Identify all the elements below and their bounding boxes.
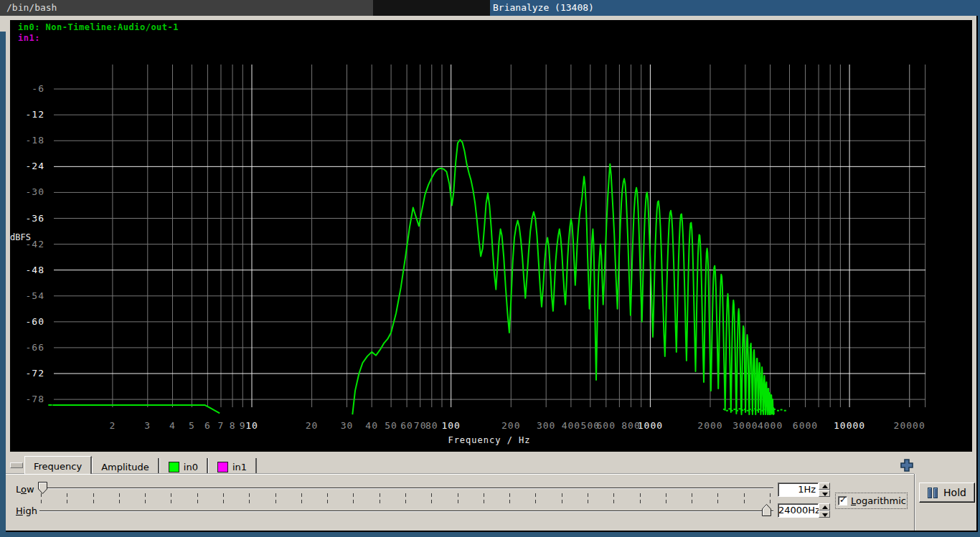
spectrum-trace-in0 — [52, 405, 220, 413]
spectrum-dot-in0 — [741, 409, 743, 411]
tab-amplitude[interactable]: Amplitude — [92, 458, 159, 474]
spectrum-dot-in0 — [771, 409, 773, 411]
slider-tick — [666, 500, 666, 503]
x-tick-label: 300 — [537, 420, 555, 431]
panel-separator — [914, 474, 915, 531]
slider-tick — [249, 493, 250, 497]
slider-tick — [67, 493, 67, 497]
y-tick-label: -48 — [10, 265, 44, 275]
slider-tick — [717, 493, 718, 497]
in1-color-swatch — [217, 462, 228, 472]
logarithmic-checkbox-group[interactable]: ✓ Logarithmic — [835, 493, 908, 509]
low-slider-track[interactable] — [39, 488, 773, 489]
spectrum-dot-in0 — [767, 410, 769, 412]
control-panel: FrequencyAmplitudein0in1 Low High 1Hz 2 — [6, 452, 976, 531]
slider-tick — [744, 500, 745, 503]
y-tick-label: -30 — [10, 186, 44, 197]
x-tick-label: 4000 — [758, 420, 783, 431]
spectrum-dot-in0 — [50, 404, 52, 406]
spectrum-dot-in0 — [733, 409, 735, 410]
slider-tick — [41, 500, 42, 503]
x-tick-label: 6 — [204, 420, 211, 431]
slider-tick — [640, 500, 641, 503]
slider-tick — [666, 493, 666, 497]
slider-tick — [197, 493, 198, 497]
up-arrow-icon — [822, 485, 828, 488]
slider-tick — [588, 493, 588, 497]
low-slider-ticks — [6, 493, 976, 498]
tab-bar: FrequencyAmplitudein0in1 — [24, 456, 257, 474]
slider-tick — [692, 500, 692, 503]
low-slider-thumb[interactable] — [38, 482, 47, 494]
slider-tick — [509, 493, 510, 497]
slider-tick — [145, 500, 146, 503]
spectrum-dot-in0 — [728, 408, 730, 409]
spectrum-dot-in0 — [759, 409, 761, 410]
x-tick-label: 4 — [169, 420, 176, 431]
slider-tick — [562, 493, 562, 497]
slider-tick — [613, 493, 614, 497]
terminal-titlebar[interactable]: /bin/bash — [0, 0, 373, 16]
logarithmic-label: Logarithmic — [851, 495, 906, 506]
x-tick-label: 6000 — [793, 420, 818, 431]
y-tick-label: -42 — [10, 239, 44, 250]
high-slider-track[interactable] — [39, 510, 773, 512]
down-arrow-icon — [822, 513, 828, 517]
slider-tick — [380, 500, 380, 503]
logarithmic-checkbox[interactable]: ✓ — [838, 496, 847, 505]
hold-button[interactable]: Hold — [919, 483, 975, 503]
slider-tick — [744, 493, 745, 497]
slider-tick — [458, 500, 458, 503]
slider-tick — [431, 500, 432, 503]
slider-tick — [535, 500, 536, 503]
slider-tick — [119, 493, 120, 497]
slider-tick — [458, 493, 458, 497]
y-tick-label: -12 — [10, 109, 44, 120]
x-tick-label: 10000 — [834, 420, 865, 431]
slider-tick — [327, 500, 328, 503]
app-titlebar[interactable]: Brianalyze (13408) — [490, 0, 980, 16]
slider-tick — [640, 493, 641, 497]
pause-icon — [928, 488, 938, 498]
spectrum-dot-in0 — [754, 408, 756, 409]
x-tick-label: 70 — [414, 420, 427, 431]
x-tick-label: 80 — [425, 420, 438, 431]
x-tick-label: 8 — [230, 420, 236, 431]
low-spin-down-button[interactable] — [819, 490, 830, 497]
high-spin-down-button[interactable] — [819, 510, 830, 518]
high-frequency-value[interactable]: 24000Hz — [778, 503, 819, 518]
spectrum-dot-in0 — [749, 409, 751, 410]
spectrum-dot-in0 — [751, 410, 753, 412]
y-tick-label: -18 — [10, 135, 44, 146]
slider-tick — [145, 493, 146, 497]
slider-tick — [119, 500, 120, 503]
add-view-plus-icon[interactable] — [900, 458, 914, 472]
slider-tick — [197, 500, 198, 503]
high-spin-up-button[interactable] — [819, 503, 830, 510]
spectrum-dot-in0 — [781, 409, 783, 411]
y-tick-label: -60 — [10, 316, 44, 327]
x-tick-label: 3000 — [732, 420, 758, 431]
low-spin-up-button[interactable] — [819, 483, 830, 490]
spectrum-dot-in0 — [761, 410, 763, 412]
x-tick-label: 3 — [144, 420, 151, 431]
tab-in0[interactable]: in0 — [159, 458, 208, 474]
in0-color-swatch — [169, 462, 179, 472]
tab-label: in0 — [184, 462, 198, 472]
tab-frequency[interactable]: Frequency — [24, 456, 92, 474]
tab-label: in1 — [232, 462, 247, 472]
y-tick-label: -72 — [10, 368, 44, 379]
panel-grip-handle[interactable] — [10, 462, 23, 468]
spectrum-svg — [10, 20, 972, 452]
spectrum-dot-in0 — [747, 410, 749, 412]
x-tick-label: 60 — [400, 420, 413, 431]
high-slider-thumb[interactable] — [762, 504, 771, 516]
slider-tick — [535, 493, 536, 497]
spectrum-dot-in0 — [773, 409, 776, 410]
x-tick-label: 30 — [341, 420, 354, 431]
low-frequency-value[interactable]: 1Hz — [778, 483, 819, 497]
tab-in1[interactable]: in1 — [208, 458, 257, 474]
slider-tick — [275, 500, 276, 503]
slider-tick — [275, 493, 276, 497]
y-tick-label: -6 — [10, 83, 44, 94]
